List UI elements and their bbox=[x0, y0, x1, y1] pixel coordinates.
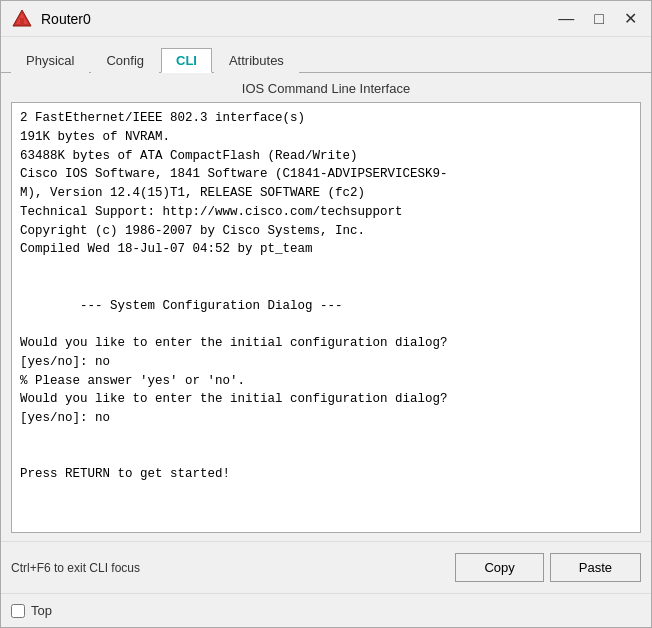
terminal-output: 2 FastEthernet/IEEE 802.3 interface(s) 1… bbox=[20, 109, 632, 484]
bottom-bar: Ctrl+F6 to exit CLI focus Copy Paste bbox=[1, 541, 651, 593]
maximize-button[interactable]: □ bbox=[590, 9, 608, 29]
svg-rect-2 bbox=[20, 18, 24, 24]
copy-button[interactable]: Copy bbox=[455, 553, 543, 582]
terminal-wrapper: 2 FastEthernet/IEEE 802.3 interface(s) 1… bbox=[11, 102, 641, 533]
main-window: Router0 — □ ✕ Physical Config CLI Attrib… bbox=[0, 0, 652, 628]
shortcut-hint: Ctrl+F6 to exit CLI focus bbox=[11, 561, 140, 575]
terminal-scroll[interactable]: 2 FastEthernet/IEEE 802.3 interface(s) 1… bbox=[12, 103, 640, 532]
tab-bar: Physical Config CLI Attributes bbox=[1, 37, 651, 73]
window-controls: — □ ✕ bbox=[554, 9, 641, 29]
tab-cli[interactable]: CLI bbox=[161, 48, 212, 73]
tab-config[interactable]: Config bbox=[91, 48, 159, 73]
tab-attributes[interactable]: Attributes bbox=[214, 48, 299, 73]
action-buttons: Copy Paste bbox=[455, 553, 641, 582]
title-bar: Router0 — □ ✕ bbox=[1, 1, 651, 37]
content-area: IOS Command Line Interface 2 FastEtherne… bbox=[1, 73, 651, 541]
cli-heading: IOS Command Line Interface bbox=[11, 81, 641, 96]
top-checkbox-area: Top bbox=[11, 603, 52, 618]
window-title: Router0 bbox=[41, 11, 91, 27]
app-icon bbox=[11, 8, 33, 30]
footer-bar: Top bbox=[1, 593, 651, 627]
top-checkbox[interactable] bbox=[11, 604, 25, 618]
title-left: Router0 bbox=[11, 8, 91, 30]
top-label: Top bbox=[31, 603, 52, 618]
minimize-button[interactable]: — bbox=[554, 9, 578, 29]
close-button[interactable]: ✕ bbox=[620, 9, 641, 29]
paste-button[interactable]: Paste bbox=[550, 553, 641, 582]
tab-physical[interactable]: Physical bbox=[11, 48, 89, 73]
